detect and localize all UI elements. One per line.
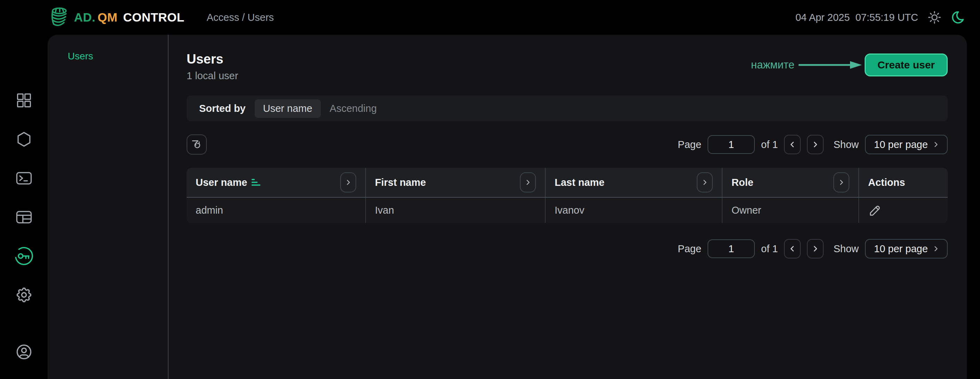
page-header-actions: нажмите Create user xyxy=(751,54,948,76)
sun-icon xyxy=(927,10,942,25)
page-number-input[interactable] xyxy=(708,135,755,154)
column-label: User name xyxy=(196,177,247,188)
users-table: User name xyxy=(187,168,948,223)
logo-text-ad: AD. xyxy=(74,10,95,24)
logo-text-control: CONTROL xyxy=(123,10,185,24)
chevron-right-icon xyxy=(701,178,709,187)
column-label: First name xyxy=(375,177,426,188)
expand-column-button[interactable] xyxy=(834,172,850,192)
data-table-icon xyxy=(15,208,33,226)
expand-column-button[interactable] xyxy=(697,172,713,192)
page-title: Users xyxy=(187,51,238,67)
per-page-select[interactable]: 10 per page xyxy=(865,239,948,258)
table-row: admin Ivan Ivanov Owner xyxy=(187,198,948,223)
shell: Users Users 1 local user нажмите xyxy=(0,35,980,379)
chevron-right-icon xyxy=(344,178,352,187)
sidebar-item-access[interactable] xyxy=(15,247,33,265)
access-key-icon xyxy=(14,246,34,266)
column-label: Actions xyxy=(868,177,905,188)
filter-reset-icon xyxy=(191,139,203,151)
expand-column-button[interactable] xyxy=(340,172,356,192)
logo[interactable]: AD. QM CONTROL xyxy=(48,6,185,28)
icon-rail xyxy=(0,35,48,379)
sidebar-item-apps[interactable] xyxy=(15,91,33,109)
per-page-value: 10 per page xyxy=(874,139,928,151)
column-label: Role xyxy=(732,177,753,188)
show-label: Show xyxy=(834,139,859,151)
page-title-block: Users 1 local user xyxy=(187,51,238,82)
secondary-sidebar: Users xyxy=(48,35,168,379)
sort-direction[interactable]: Ascending xyxy=(330,103,377,114)
sidebar-item-console[interactable] xyxy=(15,169,33,187)
create-user-button[interactable]: Create user xyxy=(865,54,948,76)
expand-column-button[interactable] xyxy=(520,172,536,192)
bottom-pager: Page of 1 Show xyxy=(187,239,948,258)
pencil-icon xyxy=(868,204,882,217)
apps-grid-icon xyxy=(15,91,33,109)
column-header-first-name[interactable]: First name xyxy=(366,168,546,197)
edit-user-button[interactable] xyxy=(868,204,882,217)
prev-page-button[interactable] xyxy=(784,135,801,154)
chevron-right-icon xyxy=(811,140,820,149)
page-of-label: of 1 xyxy=(761,243,778,255)
app-root: AD. QM CONTROL Access / Users 04 Apr 202… xyxy=(0,0,980,379)
clock: 04 Apr 2025 07:55:19 UTC xyxy=(795,12,918,23)
column-header-role[interactable]: Role xyxy=(722,168,859,197)
sort-bar-label: Sorted by xyxy=(199,103,246,114)
toolbar: Page of 1 Show xyxy=(187,135,948,155)
page-label: Page xyxy=(678,243,701,255)
page-label: Page xyxy=(678,139,701,151)
logo-text-qm: QM xyxy=(98,10,118,24)
logo-icon xyxy=(48,6,69,28)
cell-last-name: Ivanov xyxy=(546,198,722,223)
chevron-left-icon xyxy=(788,140,797,149)
chevron-right-icon xyxy=(932,140,940,149)
page-subtitle: 1 local user xyxy=(187,70,238,82)
sort-bar: Sorted by User name Ascending xyxy=(187,95,948,121)
hexagon-icon xyxy=(15,130,33,148)
chevron-right-icon xyxy=(837,178,845,187)
chevron-right-icon xyxy=(811,244,820,253)
main-content: Users 1 local user нажмите Create user xyxy=(169,35,967,379)
cell-role: Owner xyxy=(722,198,859,223)
sidebar-item-tables[interactable] xyxy=(15,208,33,226)
sidebar-item-users[interactable]: Users xyxy=(68,51,93,62)
terminal-icon xyxy=(15,169,33,187)
column-header-actions: Actions xyxy=(859,168,948,197)
sidebar-item-nodes[interactable] xyxy=(15,130,33,148)
per-page-select[interactable]: 10 per page xyxy=(865,135,948,154)
column-header-last-name[interactable]: Last name xyxy=(546,168,722,197)
next-page-button[interactable] xyxy=(807,135,824,154)
topbar-right: 04 Apr 2025 07:55:19 UTC xyxy=(795,10,966,25)
topbar: AD. QM CONTROL Access / Users 04 Apr 202… xyxy=(0,0,980,35)
account-icon xyxy=(15,343,33,361)
table-header-row: User name xyxy=(187,168,948,198)
page-header: Users 1 local user нажмите Create user xyxy=(187,51,948,82)
next-page-button[interactable] xyxy=(807,239,824,258)
sidebar-item-settings[interactable] xyxy=(15,286,33,304)
moon-icon xyxy=(951,10,966,25)
prev-page-button[interactable] xyxy=(784,239,801,258)
cell-actions xyxy=(859,198,948,223)
reset-filters-button[interactable] xyxy=(187,135,207,155)
light-theme-button[interactable] xyxy=(927,10,942,25)
annotation-label: нажмите xyxy=(751,59,794,71)
column-header-user-name[interactable]: User name xyxy=(187,168,366,197)
pagination-top: Page of 1 Show xyxy=(678,135,948,154)
chevron-right-icon xyxy=(932,244,940,253)
sort-field-chip[interactable]: User name xyxy=(255,99,321,118)
column-label: Last name xyxy=(555,177,605,188)
show-label: Show xyxy=(834,243,859,255)
annotation-arrow-icon xyxy=(798,59,862,71)
chevron-left-icon xyxy=(788,244,797,253)
content-panel: Users Users 1 local user нажмите xyxy=(48,35,967,379)
cell-first-name: Ivan xyxy=(366,198,546,223)
breadcrumb[interactable]: Access / Users xyxy=(207,12,274,23)
sort-ascending-icon xyxy=(251,178,262,187)
dark-theme-button[interactable] xyxy=(951,10,966,25)
cell-user-name: admin xyxy=(187,198,366,223)
chevron-right-icon xyxy=(524,178,532,187)
per-page-value: 10 per page xyxy=(874,243,928,255)
page-number-input[interactable] xyxy=(708,239,755,258)
sidebar-item-account[interactable] xyxy=(15,343,33,361)
